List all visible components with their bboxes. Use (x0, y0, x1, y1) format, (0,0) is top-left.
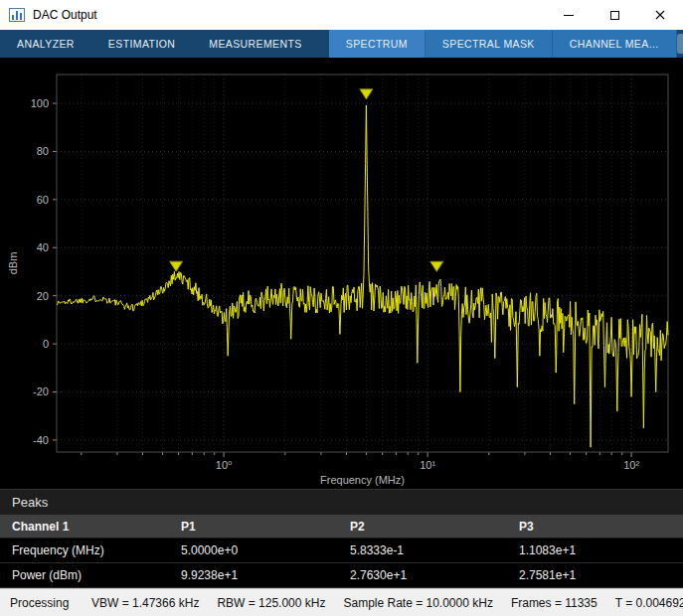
window-title: DAC Output (33, 8, 97, 22)
toolbar-overflow-wrap: ••• (677, 30, 683, 58)
tab-channel-measurements[interactable]: CHANNEL MEA... (553, 30, 677, 58)
status-rbw: RBW = 125.000 kHz (217, 596, 325, 610)
peaks-table-header-row: Channel 1 P1 P2 P3 (0, 515, 683, 539)
toolstrip: ANALYZER ESTIMATION MEASUREMENTS SPECTRU… (0, 30, 683, 58)
peak-marker-p2 (170, 261, 183, 271)
status-sample-rate: Sample Rate = 10.0000 kHz (343, 596, 492, 610)
svg-text:-20: -20 (33, 385, 49, 397)
titlebar[interactable]: DAC Output (0, 0, 683, 30)
table-row-frequency: Frequency (MHz) 5.0000e+0 5.8333e-1 1.10… (0, 539, 683, 563)
close-button[interactable] (637, 0, 683, 30)
status-state: Processing (0, 596, 91, 610)
column-header-p1: P1 (169, 520, 338, 534)
peak-marker-p1 (360, 89, 373, 99)
svg-text:10²: 10² (623, 459, 639, 471)
row-label: Frequency (MHz) (0, 543, 169, 557)
peak-marker-p3 (430, 261, 443, 271)
svg-text:40: 40 (37, 241, 49, 253)
frequency-p2: 5.8333e-1 (338, 543, 507, 557)
svg-text:10⁰: 10⁰ (216, 459, 233, 471)
peak-markers (170, 89, 443, 271)
power-p1: 9.9238e+1 (169, 568, 338, 582)
spectrum-plot-area[interactable]: -40-2002040608010010⁰10¹10²Frequency (MH… (0, 58, 683, 489)
tab-analyzer[interactable]: ANALYZER (0, 30, 91, 58)
status-bar: Processing VBW = 1.47366 kHz RBW = 125.0… (0, 588, 683, 616)
column-header-p3: P3 (507, 520, 683, 534)
measurement-tab-group: SPECTRUM SPECTRAL MASK CHANNEL MEA... (329, 30, 677, 58)
maximize-icon (610, 11, 619, 20)
tab-spectrum[interactable]: SPECTRUM (329, 30, 426, 58)
row-label: Power (dBm) (0, 568, 169, 582)
spectrum-chart[interactable]: -40-2002040608010010⁰10¹10²Frequency (MH… (0, 58, 683, 489)
tab-estimation[interactable]: ESTIMATION (91, 30, 192, 58)
svg-text:100: 100 (31, 97, 49, 109)
svg-text:60: 60 (37, 194, 49, 206)
peaks-table: Channel 1 P1 P2 P3 Frequency (MHz) 5.000… (0, 515, 683, 588)
status-vbw: VBW = 1.47366 kHz (91, 596, 199, 610)
tab-spectral-mask[interactable]: SPECTRAL MASK (426, 30, 553, 58)
spectrum-trace (57, 105, 668, 447)
y-axis-label: dBm (7, 252, 19, 275)
window-controls (546, 0, 683, 30)
power-p2: 2.7630e+1 (338, 568, 507, 582)
status-time: T = 0.00469227 (615, 596, 683, 610)
svg-text:-40: -40 (33, 434, 49, 446)
maximize-button[interactable] (592, 0, 637, 30)
minimize-icon (564, 15, 574, 16)
status-stats: VBW = 1.47366 kHz RBW = 125.000 kHz Samp… (91, 596, 683, 610)
column-header-channel: Channel 1 (0, 520, 169, 534)
frequency-p1: 5.0000e+0 (169, 543, 338, 557)
minimize-button[interactable] (546, 0, 592, 30)
table-row-power: Power (dBm) 9.9238e+1 2.7630e+1 2.7581e+… (0, 563, 683, 588)
svg-text:20: 20 (37, 290, 49, 302)
overflow-menu-button[interactable]: ••• (677, 34, 683, 54)
tab-measurements[interactable]: MEASUREMENTS (192, 30, 318, 58)
trace-layer (57, 105, 668, 447)
column-header-p2: P2 (338, 520, 507, 534)
close-icon (655, 10, 665, 20)
power-p3: 2.7581e+1 (507, 568, 683, 582)
grid-lines (53, 75, 668, 457)
svg-text:10¹: 10¹ (420, 459, 435, 471)
app-icon (9, 7, 25, 23)
peaks-panel-header: Peaks (0, 489, 683, 515)
status-frames: Frames = 11335 (511, 596, 598, 610)
svg-text:80: 80 (37, 145, 49, 157)
axis-labels: -40-2002040608010010⁰10¹10²Frequency (MH… (7, 97, 639, 486)
peaks-panel-title: Peaks (12, 495, 48, 510)
x-axis-label: Frequency (MHz) (320, 474, 405, 486)
frequency-p3: 1.1083e+1 (507, 543, 683, 557)
svg-text:0: 0 (43, 338, 49, 350)
